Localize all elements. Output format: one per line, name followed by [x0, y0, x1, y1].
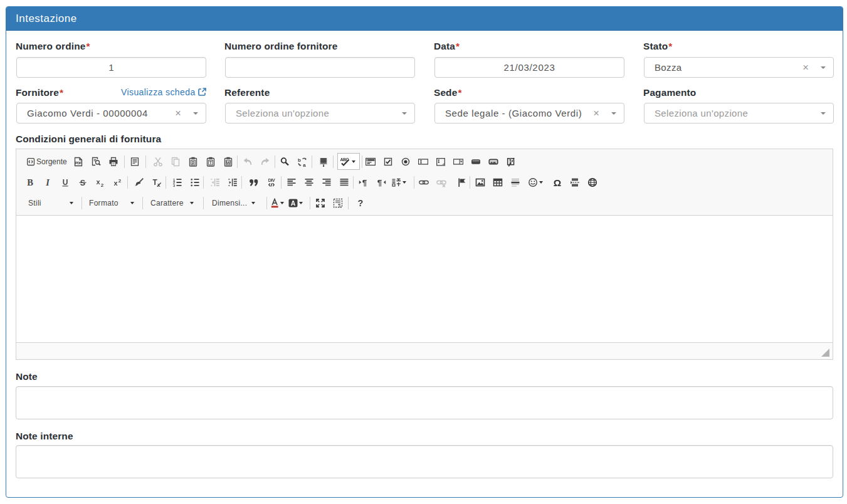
svg-text:DIV: DIV — [268, 178, 275, 182]
svg-text:?: ? — [358, 198, 364, 208]
svg-text:T: T — [209, 160, 213, 165]
svg-text:a: a — [303, 162, 306, 167]
svg-text:¶: ¶ — [338, 202, 340, 208]
svg-text:x: x — [114, 179, 118, 187]
svg-text:¶: ¶ — [362, 178, 367, 187]
svg-text:U: U — [63, 178, 68, 187]
svg-text:2: 2 — [101, 182, 104, 187]
svg-text:¶: ¶ — [377, 178, 382, 187]
svg-text:Ω: Ω — [554, 177, 561, 187]
svg-text:b: b — [298, 157, 301, 163]
svg-text:3: 3 — [173, 184, 176, 187]
svg-text:x: x — [97, 178, 101, 186]
svg-text:W: W — [226, 160, 231, 165]
svg-text:A: A — [291, 199, 296, 207]
svg-text:PDF: PDF — [75, 161, 82, 165]
svg-text:2: 2 — [118, 178, 122, 184]
